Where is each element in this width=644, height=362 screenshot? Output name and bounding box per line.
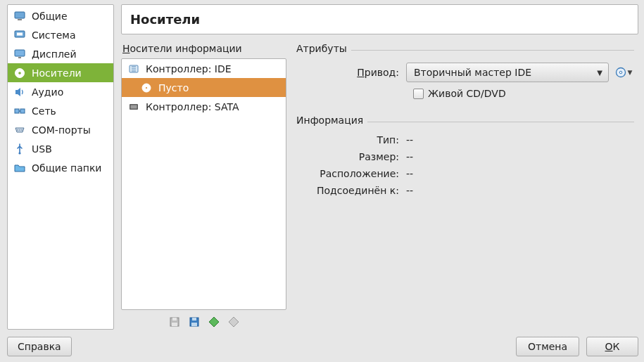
ok-button-label: ОК [605,341,620,352]
info-row: Тип:-- [302,134,634,146]
svg-point-11 [17,129,18,131]
information-body: Тип:--Размер:--Расположение:--Подсоединё… [296,126,634,206]
display-icon [13,48,26,60]
ok-button[interactable]: ОК [586,337,638,356]
usb-icon [13,143,26,155]
svg-rect-3 [17,32,23,35]
svg-rect-21 [172,318,177,321]
sidebar-item-network[interactable]: Сеть [8,101,113,120]
sidebar-item-label: Система [32,30,75,41]
sidebar-item-label: COM-порты [32,124,91,136]
sidebar-item-label: USB [32,143,52,155]
drive-select[interactable]: Вторичный мастер IDE ▼ [406,63,609,82]
sidebar-item-general[interactable]: Общие [8,6,113,25]
storage-tree-column: Носители информации Контроллер: IDEПусто… [121,43,286,330]
info-value: -- [406,151,413,162]
storage-tree-row[interactable]: Контроллер: IDE [122,59,286,78]
sata-icon [127,101,140,113]
storage-tree-row-label: Контроллер: SATA [146,101,239,112]
attributes-legend: Атрибуты [296,43,351,54]
svg-rect-5 [18,57,21,58]
disc-icon [13,67,26,79]
sidebar-item-storage[interactable]: Носители [8,63,113,82]
storage-tree-row-label: Пусто [158,82,189,93]
sidebar-item-shared[interactable]: Общие папки [8,158,113,177]
cancel-button-label: Отмена [528,341,567,352]
svg-point-7 [18,72,21,75]
dialog-button-bar: Справка Отмена ОК [7,330,638,356]
monitor-icon [13,10,26,22]
attributes-fieldset: Атрибуты Привод: Вторичный мастер IDE ▼ [296,43,634,108]
storage-tree-row-label: Контроллер: IDE [146,63,232,75]
choose-disk-button[interactable]: ▼ [613,63,634,82]
info-row: Расположение:-- [302,168,634,179]
settings-sidebar: ОбщиеСистемаДисплейНосителиАудиоСетьCOM-… [7,4,114,330]
help-button-label: Справка [18,341,61,352]
drive-select-value: Вторичный мастер IDE [414,67,531,78]
storage-tree-row[interactable]: Контроллер: SATA [122,97,286,116]
storage-tree-toolbar [121,313,286,330]
info-value: -- [406,134,413,146]
information-legend: Информация [296,115,367,126]
chip-icon [13,29,26,41]
add-attachment-button[interactable] [208,316,220,328]
cd-icon [140,82,153,94]
sidebar-item-label: Сеть [32,105,56,117]
live-cd-checkbox[interactable] [413,89,424,99]
svg-rect-1 [18,19,22,20]
folder-icon [13,162,26,174]
sidebar-item-label: Общие папки [32,162,101,174]
svg-rect-24 [192,318,196,321]
svg-point-12 [19,129,20,131]
info-row: Подсоединён к:-- [302,185,634,196]
main-panel: Носители Носители информации Контроллер:… [121,4,638,330]
info-label: Подсоединён к: [302,185,406,196]
add-controller-disabled-button[interactable] [168,316,181,328]
svg-point-13 [21,129,23,131]
svg-point-17 [145,86,147,89]
info-label: Размер: [302,151,406,162]
info-label: Расположение: [302,168,406,179]
svg-rect-0 [15,12,25,18]
storage-tree[interactable]: Контроллер: IDEПустоКонтроллер: SATA [121,58,286,310]
svg-point-27 [619,71,622,74]
live-cd-label: Живой CD/DVD [428,88,506,99]
svg-rect-19 [131,105,137,108]
sidebar-item-label: Дисплей [32,49,77,60]
svg-rect-4 [15,50,25,56]
sidebar-item-label: Носители [32,67,82,79]
svg-rect-25 [191,323,197,326]
info-row: Размер:-- [302,151,634,162]
sidebar-item-usb[interactable]: USB [8,139,113,158]
serial-icon [13,124,26,136]
disc-icon [615,67,626,78]
page-title: Носители [121,4,638,34]
information-fieldset: Информация Тип:--Размер:--Расположение:-… [296,115,634,206]
info-value: -- [406,185,413,196]
cancel-button[interactable]: Отмена [516,337,579,356]
svg-rect-22 [172,323,177,326]
sidebar-item-display[interactable]: Дисплей [8,44,113,63]
storage-tree-row[interactable]: Пусто [122,78,286,97]
svg-point-14 [18,152,20,154]
svg-rect-9 [20,109,25,113]
info-label: Тип: [302,134,406,146]
add-controller-button[interactable] [188,316,201,328]
sidebar-item-system[interactable]: Система [8,25,113,44]
sidebar-item-label: Общие [32,11,68,22]
network-icon [13,105,26,117]
chevron-down-icon: ▼ [597,69,602,77]
info-value: -- [406,168,413,179]
sidebar-item-serial[interactable]: COM-порты [8,120,113,139]
sidebar-item-audio[interactable]: Аудио [8,82,113,101]
remove-attachment-button[interactable] [227,316,240,328]
storage-tree-label: Носители информации [122,43,286,54]
drive-label: Привод: [302,67,406,78]
help-button[interactable]: Справка [7,337,72,356]
chevron-down-icon: ▼ [628,69,633,76]
speaker-icon [13,86,26,98]
ide-icon [127,63,140,75]
svg-rect-8 [15,109,19,113]
sidebar-item-label: Аудио [32,86,63,98]
attributes-column: Атрибуты Привод: Вторичный мастер IDE ▼ [296,43,638,330]
